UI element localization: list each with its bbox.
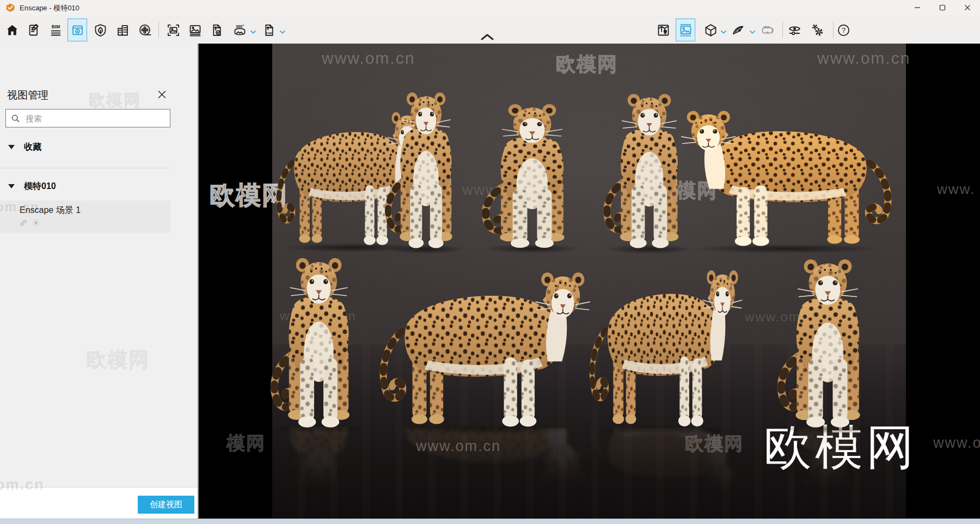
- svg-text:EXE: EXE: [265, 31, 272, 34]
- building-library-icon: [115, 23, 130, 38]
- panorama-360-button[interactable]: 360°: [230, 19, 249, 41]
- close-window-button[interactable]: [955, 0, 980, 15]
- chevron-down-icon[interactable]: [279, 27, 286, 33]
- export-upload-file-button[interactable]: [207, 19, 226, 41]
- settings-gears-button[interactable]: [807, 19, 827, 41]
- svg-text:BIM: BIM: [51, 24, 59, 29]
- scene-list-item-selected[interactable]: Enscape 场景 1: [0, 200, 170, 233]
- view-management-panel: 视图管理 收藏 模特010 Enscape 场景 1: [0, 44, 199, 519]
- safe-frame-image-icon: [678, 23, 693, 38]
- section-divider: [0, 168, 170, 168]
- view-management-button[interactable]: [68, 19, 87, 41]
- chevron-down-icon: [8, 184, 15, 188]
- svg-text:?: ?: [841, 26, 845, 34]
- toolbar-separator: [158, 21, 159, 38]
- bim-information-icon: BIM: [48, 23, 63, 38]
- enscape-logo-icon: [5, 3, 15, 13]
- safe-frame-image-button[interactable]: [676, 19, 695, 41]
- help-icon: ?: [836, 23, 851, 38]
- screenshot-frame-button[interactable]: [163, 19, 183, 41]
- building-library-button[interactable]: [113, 19, 132, 41]
- panorama-360-icon: 360°: [232, 23, 247, 38]
- rendered-scene: [272, 44, 906, 519]
- home-icon: [5, 23, 20, 38]
- search-input[interactable]: [24, 113, 170, 124]
- cube-3d-icon: [703, 23, 718, 38]
- panel-title: 视图管理: [7, 88, 48, 102]
- watermark-text: 欧模网: [89, 89, 141, 112]
- search-icon: [11, 114, 20, 123]
- link-icon[interactable]: [20, 219, 27, 227]
- shield-assets-icon: [93, 23, 108, 38]
- home-button[interactable]: [2, 19, 22, 41]
- screenshot-frame-icon: [166, 23, 181, 38]
- shield-assets-button[interactable]: [90, 19, 110, 41]
- watermark-text: www.o: [933, 435, 980, 452]
- render-image-icon: [188, 23, 203, 38]
- export-exe-button[interactable]: EXE: [259, 19, 279, 41]
- bottom-window-strip: [0, 519, 980, 524]
- scene-floor: [272, 344, 906, 519]
- document-notes-button[interactable]: [24, 19, 44, 41]
- close-icon: [964, 4, 971, 11]
- scene-item-label: Enscape 场景 1: [20, 205, 81, 216]
- visual-settings-eye-icon: [787, 23, 802, 38]
- chevron-down-icon[interactable]: [749, 27, 756, 33]
- vr-headset-icon: [760, 23, 775, 38]
- main-toolbar: BIM360°EXE?: [0, 15, 980, 44]
- wing-flythrough-button[interactable]: [728, 19, 748, 41]
- chevron-down-icon[interactable]: [720, 27, 727, 33]
- window-title: Enscape - 模特010: [20, 3, 79, 13]
- vr-headset-button[interactable]: [757, 19, 777, 41]
- render-image-button[interactable]: [185, 19, 205, 41]
- close-icon: [157, 90, 167, 99]
- watermark-text: 模网: [226, 431, 266, 456]
- section-model-010[interactable]: 模特010: [0, 174, 170, 198]
- toolbar-separator: [782, 21, 783, 38]
- map-location-icon: [656, 23, 671, 38]
- wing-flythrough-icon: [731, 23, 745, 38]
- collapse-toolbar-chevron-icon[interactable]: [479, 33, 495, 41]
- enscape-window: Enscape - 模特010 BIM360°EXE? 视图管理: [0, 0, 980, 524]
- main-area: 视图管理 收藏 模特010 Enscape 场景 1: [0, 44, 980, 519]
- section-label: 模特010: [24, 181, 56, 192]
- create-view-button[interactable]: 创建视图: [138, 496, 194, 514]
- section-label: 收藏: [24, 142, 41, 153]
- view-management-icon: [70, 23, 85, 38]
- media-film-icon: [138, 23, 152, 38]
- visual-settings-eye-button[interactable]: [785, 19, 804, 41]
- export-exe-icon: EXE: [262, 23, 277, 38]
- document-notes-icon: [27, 23, 41, 38]
- export-upload-file-icon: [210, 23, 224, 38]
- settings-gears-icon: [810, 23, 825, 38]
- maximize-button[interactable]: [930, 0, 955, 15]
- scene-item-icons: [20, 219, 40, 227]
- cube-3d-button[interactable]: [701, 19, 720, 41]
- watermark-text: 欧模网: [86, 346, 150, 374]
- chevron-down-icon[interactable]: [250, 27, 256, 33]
- panel-close-button[interactable]: [155, 87, 169, 101]
- maximize-icon: [939, 4, 946, 11]
- section-favorites[interactable]: 收藏: [0, 135, 170, 159]
- panel-footer: 创建视图: [0, 487, 198, 519]
- render-viewport[interactable]: 欧模网 www.om.cnwww.om.cn欧模网欧模网www.om.cn欧模网…: [199, 44, 980, 519]
- scene-wall: [272, 44, 906, 344]
- minimize-icon: [914, 4, 921, 11]
- help-button[interactable]: ?: [834, 19, 853, 41]
- media-film-button[interactable]: [135, 19, 155, 41]
- sun-icon[interactable]: [32, 219, 40, 227]
- map-location-button[interactable]: [653, 19, 673, 41]
- chevron-down-icon: [8, 145, 15, 149]
- minimize-button[interactable]: [905, 0, 930, 15]
- bim-information-button[interactable]: BIM: [46, 19, 65, 41]
- title-bar: Enscape - 模特010: [0, 0, 980, 15]
- watermark-text: www.: [937, 181, 975, 198]
- search-box[interactable]: [5, 109, 170, 127]
